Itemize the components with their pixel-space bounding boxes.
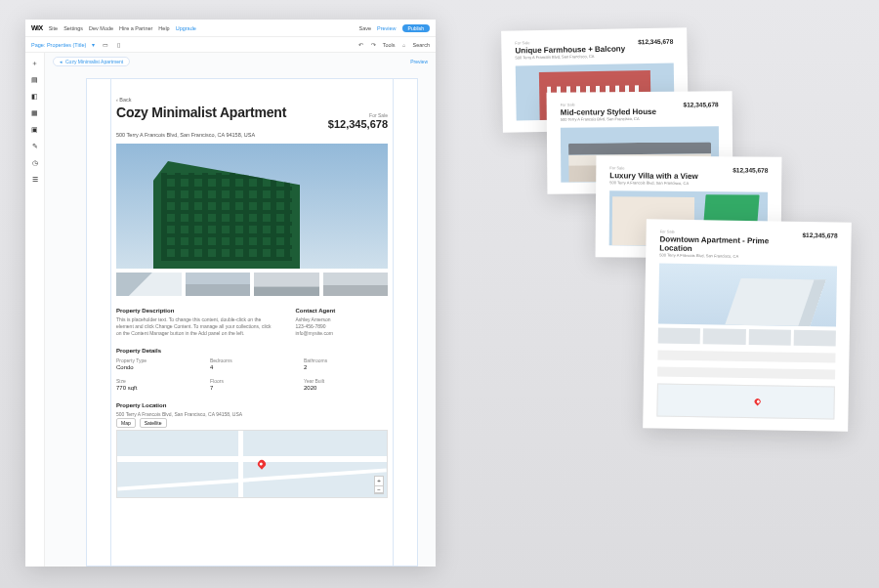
design-icon[interactable]: ◧ — [30, 92, 40, 102]
thumb-4[interactable] — [323, 273, 389, 296]
tools-button[interactable]: Tools — [383, 42, 396, 48]
menu-devmode[interactable]: Dev Mode — [89, 25, 113, 31]
search-icon[interactable]: ⌕ — [400, 41, 408, 49]
menu-upgrade[interactable]: Upgrade — [176, 25, 196, 31]
back-link[interactable]: ‹ Back — [116, 97, 388, 103]
thumb-2[interactable] — [186, 273, 251, 296]
left-tool-rail: ＋ ▤ ◧ ▦ ▣ ✎ ◷ ☰ — [25, 53, 45, 567]
agent-name: Ashley Amerson — [295, 316, 388, 323]
stack-card[interactable]: For Sale Downtown Apartment - Prime Loca… — [643, 219, 852, 432]
canvas-breadcrumb[interactable]: ◂ Cozy Minimalist Apartment — [53, 57, 130, 66]
detail-label: Year Built — [304, 378, 388, 384]
card-price: $12,345,678 — [638, 38, 673, 46]
details-heading: Property Details — [116, 348, 388, 354]
details-grid: Property TypeCondo Bedrooms4 Bathrooms2 … — [116, 357, 388, 391]
listing-title: Cozy Minimalist Apartment — [116, 105, 286, 120]
menu-hire[interactable]: Hire a Partner — [119, 25, 152, 31]
map-zoom[interactable]: ＋− — [374, 476, 384, 494]
card-address: 500 Terry A Francois Blvd, San Francisco… — [609, 180, 697, 186]
blog-icon[interactable]: ✎ — [30, 142, 40, 151]
detail-label: Bathrooms — [304, 357, 388, 363]
card-photo — [658, 263, 837, 326]
media-icon[interactable]: ▣ — [30, 125, 40, 135]
redo-icon[interactable]: ↷ — [370, 41, 378, 49]
agent-email: info@mysite.com — [295, 330, 388, 337]
undo-icon[interactable]: ↶ — [357, 41, 365, 49]
card-title: Mid-century Styled House — [561, 107, 656, 117]
bookings-icon[interactable]: ◷ — [30, 158, 40, 168]
editor-subbar: Page: Properties (Title) ▾ ▭ ▯ ↶ ↷ Tools… — [25, 37, 436, 53]
listing-price: $12,345,678 — [328, 118, 388, 130]
mobile-icon[interactable]: ▯ — [114, 41, 122, 49]
map-widget[interactable]: ＋− — [116, 430, 388, 498]
canvas-preview-hint[interactable]: Preview — [410, 59, 428, 64]
card-status: For Sale — [561, 102, 656, 107]
detail-label: Floors — [210, 378, 294, 384]
desc-body: This is placeholder text. To change this… — [116, 316, 272, 336]
breadcrumb-label: Cozy Minimalist Apartment — [65, 59, 123, 64]
search-label[interactable]: Search — [413, 42, 430, 48]
chevron-down-icon: ▾ — [89, 41, 97, 49]
card-text-block — [657, 350, 835, 362]
map-tab-map[interactable]: Map — [116, 418, 136, 428]
card-price: $12,345,678 — [732, 166, 768, 173]
publish-button[interactable]: Publish — [402, 24, 430, 32]
menu-site[interactable]: Site — [49, 25, 58, 31]
detail-value: 7 — [210, 385, 294, 391]
brand-logo: WiX — [31, 24, 43, 31]
breadcrumb-back-icon: ◂ — [60, 59, 63, 64]
detail-label: Bedrooms — [210, 357, 294, 363]
add-icon[interactable]: ＋ — [30, 59, 40, 68]
detail-value: 770 sqft — [116, 385, 200, 391]
ascend-icon[interactable]: ☰ — [30, 175, 40, 185]
listing-page: ‹ Back Cozy Minimalist Apartment For Sal… — [86, 78, 418, 567]
card-thumbs — [658, 327, 836, 346]
detail-label: Property Type — [116, 357, 200, 363]
desktop-icon[interactable]: ▭ — [102, 41, 109, 49]
card-address: 500 Terry A Francois Blvd, San Francisco… — [516, 53, 626, 60]
detail-value: 4 — [210, 364, 294, 370]
page-selector[interactable]: Page: Properties (Title) ▾ — [31, 41, 97, 49]
agent-heading: Contact Agent — [295, 308, 388, 314]
card-address: 500 Terry A Francois Blvd, San Francisco… — [561, 116, 656, 122]
card-price: $12,345,678 — [802, 231, 837, 239]
wix-editor-window: WiX Site Settings Dev Mode Hire a Partne… — [25, 20, 436, 567]
detail-value: Condo — [116, 364, 200, 370]
dynamic-page-stack: For Sale Unique Farmhouse + Balcony 500 … — [488, 29, 859, 459]
detail-value: 2020 — [304, 385, 388, 391]
listing-address: 500 Terry A Francois Blvd, San Francisco… — [116, 132, 388, 138]
save-button[interactable]: Save — [358, 25, 371, 31]
menu-settings[interactable]: Settings — [63, 25, 83, 31]
detail-label: Size — [116, 378, 200, 384]
thumb-3[interactable] — [254, 273, 319, 296]
editor-topbar: WiX Site Settings Dev Mode Hire a Partne… — [25, 20, 436, 37]
card-status: For Sale — [609, 165, 697, 171]
page-selector-label: Page: Properties (Title) — [31, 42, 86, 48]
thumbnail-row — [116, 273, 388, 296]
pages-icon[interactable]: ▤ — [30, 75, 40, 85]
preview-button[interactable]: Preview — [377, 25, 397, 31]
hero-photo[interactable] — [116, 144, 388, 269]
editor-canvas[interactable]: ◂ Cozy Minimalist Apartment Preview ‹ Ba… — [45, 53, 436, 567]
desc-heading: Property Description — [116, 308, 272, 314]
location-address: 500 Terry A Francois Blvd, San Francisco… — [116, 411, 388, 418]
card-price: $12,345,678 — [683, 101, 718, 107]
thumb-1[interactable] — [116, 273, 182, 296]
card-mini-map — [656, 383, 835, 419]
detail-value: 2 — [304, 364, 388, 370]
location-heading: Property Location — [116, 402, 388, 408]
map-tab-satellite[interactable]: Satellite — [140, 418, 167, 428]
agent-phone: 123-456-7890 — [295, 323, 388, 330]
menu-help[interactable]: Help — [158, 25, 169, 31]
card-text-block — [657, 366, 835, 379]
apps-icon[interactable]: ▦ — [30, 108, 40, 118]
